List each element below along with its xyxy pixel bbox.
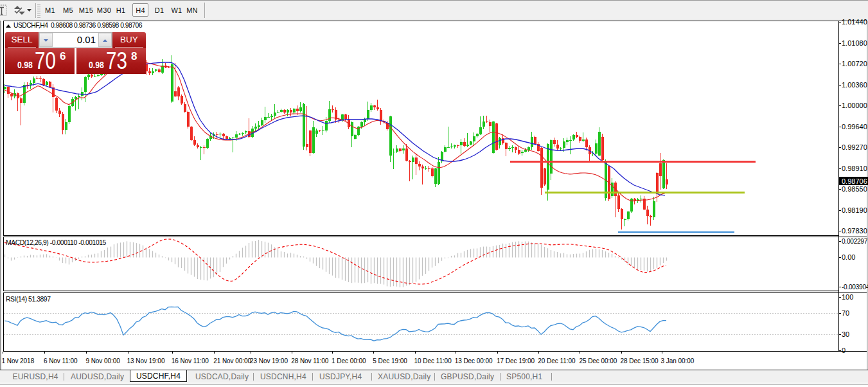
svg-text:0.99270: 0.99270 (842, 143, 867, 151)
svg-text:5 Dec 19:00: 5 Dec 19:00 (373, 357, 407, 364)
svg-text:0.97830: 0.97830 (842, 227, 867, 235)
svg-text:17 Dec 19:00: 17 Dec 19:00 (497, 357, 535, 364)
svg-text:3 Jan 00:00: 3 Jan 00:00 (661, 357, 695, 364)
svg-text:28 Nov 11:00: 28 Nov 11:00 (291, 357, 329, 364)
svg-text:0.99640: 0.99640 (842, 123, 867, 130)
svg-text:30: 30 (842, 330, 849, 338)
svg-text:9 Nov 00:00: 9 Nov 00:00 (85, 357, 120, 364)
svg-text:0.98910: 0.98910 (842, 165, 867, 172)
svg-text:1 Nov 2018: 1 Nov 2018 (2, 357, 35, 364)
svg-text:1.00360: 1.00360 (842, 81, 867, 89)
svg-text:21 Nov 00:00: 21 Nov 00:00 (213, 357, 251, 364)
svg-text:1.01080: 1.01080 (842, 39, 867, 47)
svg-text:28 Dec 15:00: 28 Dec 15:00 (621, 357, 659, 364)
svg-text:20 Dec 11:00: 20 Dec 11:00 (538, 357, 576, 364)
svg-text:10 Dec 11:00: 10 Dec 11:00 (414, 357, 452, 364)
svg-text:13 Dec 00:00: 13 Dec 00:00 (455, 357, 493, 364)
svg-text:0.98706: 0.98706 (842, 177, 867, 185)
svg-text:0.00: 0.00 (842, 253, 855, 261)
svg-text:0: 0 (842, 346, 846, 354)
svg-text:70: 70 (842, 309, 849, 317)
svg-text:1.01440: 1.01440 (842, 18, 867, 26)
svg-text:0.002297: 0.002297 (842, 238, 868, 245)
svg-text:23 Nov 19:00: 23 Nov 19:00 (250, 357, 288, 364)
svg-text:6 Nov 11:00: 6 Nov 11:00 (44, 357, 78, 364)
svg-text:MACD(12,26,9) -0.000110 -0.001: MACD(12,26,9) -0.000110 -0.001015 (6, 239, 107, 246)
svg-text:1 Dec 00:00: 1 Dec 00:00 (332, 357, 366, 364)
svg-text:100: 100 (842, 293, 853, 301)
svg-text:13 Nov 19:00: 13 Nov 19:00 (127, 357, 165, 364)
svg-text:1.00720: 1.00720 (842, 60, 867, 68)
svg-text:16 Nov 11:00: 16 Nov 11:00 (172, 357, 209, 364)
svg-text:RSI(14) 51.3897: RSI(14) 51.3897 (6, 296, 51, 303)
svg-text:-0.003904: -0.003904 (842, 284, 868, 291)
svg-text:25 Dec 00:00: 25 Dec 00:00 (579, 357, 617, 364)
svg-text:0.98550: 0.98550 (842, 185, 867, 193)
svg-text:0.98190: 0.98190 (842, 206, 867, 214)
svg-text:USDCHF,H4 0.98608 0.98736 0.9: USDCHF,H4 0.98608 0.98736 0.98598 0.9870… (13, 22, 143, 29)
svg-text:1.00000: 1.00000 (842, 102, 867, 109)
